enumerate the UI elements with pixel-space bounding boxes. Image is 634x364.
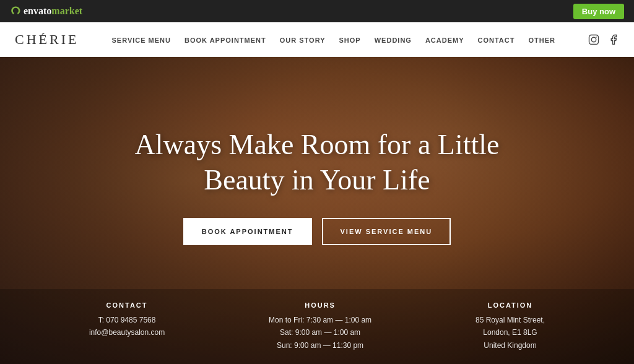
- nav-item-other[interactable]: OTHER: [528, 34, 555, 45]
- svg-point-2: [596, 37, 597, 38]
- hours-weekday: Mon to Fri: 7:30 am — 1:00 am: [269, 316, 371, 324]
- hours-heading: HOURS: [269, 301, 371, 309]
- footer-hours: HOURS Mon to Fri: 7:30 am — 1:00 am Sat:…: [269, 301, 371, 352]
- nav-item-contact[interactable]: CONTACT: [478, 34, 515, 45]
- footer-location: LOCATION 85 Royal Mint Street, London, E…: [476, 301, 545, 352]
- footer-contact: CONTACT T: 070 9485 7568 info@beautysalo…: [89, 301, 165, 339]
- site-logo: CHÉRIE: [15, 32, 79, 48]
- social-icons: [588, 34, 619, 45]
- envato-name: envato: [24, 6, 51, 17]
- contact-phone: T: 070 9485 7568: [98, 316, 156, 324]
- nav-item-service-menu[interactable]: SERVICE MENU: [111, 34, 171, 45]
- location-country: United Kingdom: [484, 341, 536, 350]
- book-appointment-button[interactable]: BOOK APPOINTMENT: [183, 218, 312, 245]
- contact-email: info@beautysalon.com: [89, 328, 165, 337]
- svg-rect-0: [589, 35, 599, 44]
- location-city: London, E1 8LG: [483, 328, 537, 337]
- contact-heading: CONTACT: [89, 301, 165, 309]
- location-street: 85 Royal Mint Street,: [476, 316, 545, 324]
- envato-market: market: [51, 6, 82, 17]
- hero-headline: Always Make Room for a Little Beauty in …: [135, 127, 500, 198]
- facebook-icon[interactable]: [608, 34, 619, 45]
- nav-item-shop[interactable]: SHOP: [339, 34, 361, 45]
- buy-now-button[interactable]: Buy now: [573, 4, 624, 19]
- nav-item-book[interactable]: BOOK APPOINTMENT: [185, 34, 266, 45]
- hero-section: Always Make Room for a Little Beauty in …: [0, 57, 634, 364]
- navbar: CHÉRIE SERVICE MENU BOOK APPOINTMENT OUR…: [0, 22, 634, 57]
- nav-item-story[interactable]: OUR STORY: [280, 34, 326, 45]
- hero-footer: CONTACT T: 070 9485 7568 info@beautysalo…: [0, 289, 634, 364]
- nav-item-wedding[interactable]: WEDDING: [375, 34, 412, 45]
- hours-saturday: Sat: 9:00 am — 1:00 am: [280, 328, 360, 337]
- nav-item-academy[interactable]: ACADEMY: [425, 34, 464, 45]
- envato-bar: envatomarket Buy now: [0, 0, 634, 22]
- instagram-icon[interactable]: [588, 34, 599, 45]
- view-service-menu-button[interactable]: VIEW SERVICE MENU: [322, 218, 451, 245]
- nav-links: SERVICE MENU BOOK APPOINTMENT OUR STORY …: [111, 34, 555, 45]
- envato-logo: envatomarket: [10, 6, 82, 17]
- hours-sunday: Sun: 9:00 am — 11:30 pm: [277, 341, 363, 350]
- hero-buttons: BOOK APPOINTMENT VIEW SERVICE MENU: [183, 218, 451, 245]
- svg-point-1: [591, 37, 596, 42]
- location-heading: LOCATION: [476, 301, 545, 309]
- envato-leaf-icon: [10, 6, 21, 17]
